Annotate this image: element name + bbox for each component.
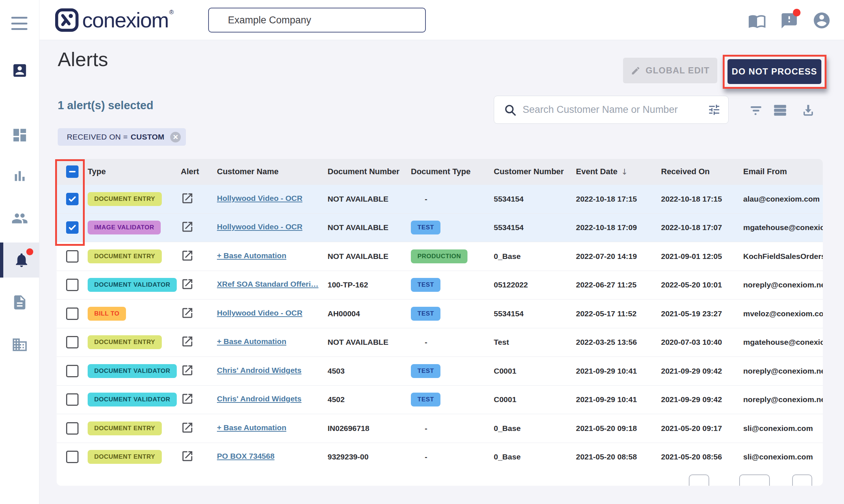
email-from: KochFieldSalesOrders@b… [743,252,823,261]
table-body: DOCUMENT ENTRY Hollywood Video - OCR NOT… [57,184,823,471]
select-all-checkbox[interactable] [66,165,79,178]
column-header-alert[interactable]: Alert [181,167,217,176]
column-header-customer-name[interactable]: Customer Name [217,167,328,176]
customer-name-link[interactable]: Hollywood Video - OCR [217,194,302,203]
customer-number: 0_Base [494,453,576,461]
column-header-email-from[interactable]: Email From [743,167,823,176]
row-density-button[interactable] [772,102,788,118]
row-checkbox[interactable] [66,193,79,205]
open-alert-icon[interactable] [181,421,194,434]
customer-name-link[interactable]: + Base Automation [217,337,286,346]
menu-icon[interactable] [11,17,27,30]
open-alert-icon[interactable] [181,249,194,262]
email-from: alau@conexiom.com [743,195,823,203]
open-alert-icon[interactable] [181,278,194,291]
global-edit-button[interactable]: GLOBAL EDIT [623,58,717,83]
row-checkbox[interactable] [66,279,79,291]
company-selector-input[interactable] [208,8,426,33]
open-alert-icon[interactable] [181,220,194,233]
column-header-type[interactable]: Type [88,167,181,176]
open-alert-icon[interactable] [181,364,194,377]
knowledge-base-button[interactable] [748,12,766,30]
open-alert-icon[interactable] [181,392,194,405]
row-checkbox[interactable] [66,393,79,406]
row-checkbox-cell [57,451,88,463]
table-row[interactable]: DOCUMENT ENTRY + Base Automation NOT AVA… [57,328,823,357]
table-row[interactable]: DOCUMENT VALIDATOR Chris' Android Widget… [57,385,823,414]
row-checkbox[interactable] [66,250,79,263]
search-input[interactable] [523,104,707,115]
feedback-button[interactable] [780,12,798,30]
document-type: TEST [411,364,440,378]
customer-name-link[interactable]: Chris' Android Widgets [217,394,302,403]
email-from: sli@conexiom.com [743,424,823,433]
open-alert-icon[interactable] [181,306,194,320]
column-header-document-type[interactable]: Document Type [411,167,494,176]
received-on: 2022-10-18 17:15 [661,195,743,203]
row-checkbox[interactable] [66,451,79,463]
account-icon [812,11,831,30]
received-on: 2021-05-20 09:17 [661,424,743,433]
column-header-received-on[interactable]: Received On [661,167,743,176]
open-alert-icon[interactable] [181,450,194,463]
sidebar-item-company[interactable] [0,327,39,362]
event-date: 2021-05-20 09:18 [576,424,661,433]
customer-name-link[interactable]: PO BOX 734568 [217,452,275,461]
table-row[interactable]: DOCUMENT VALIDATOR Chris' Android Widget… [57,356,823,385]
type-badge: DOCUMENT ENTRY [88,421,162,435]
conexiom-app: conexiom ® Alerts GLOBAL EDIT DO NOT PRO… [0,0,844,504]
filter-chip-label: RECEIVED ON = [67,133,128,141]
column-header-customer-number[interactable]: Customer Number [494,167,576,176]
table-row[interactable]: BILL TO Hollywood Video - OCR AH00004 TE… [57,299,823,328]
event-date: 2021-09-29 10:41 [576,395,661,404]
row-checkbox[interactable] [66,422,79,435]
received-on: 2021-09-29 09:42 [661,367,743,375]
sidebar-item-customers[interactable] [0,201,39,236]
customer-name-link[interactable]: XRef SOA Standard Offeri… [217,280,318,289]
row-checkbox-cell [57,193,88,205]
table-row[interactable]: DOCUMENT ENTRY + Base Automation NOT AVA… [57,242,823,271]
open-alert-icon[interactable] [181,335,194,348]
check-icon [68,223,77,232]
customer-number: 05122022 [494,280,576,289]
open-alert-icon[interactable] [181,192,194,205]
do-not-process-button[interactable]: DO NOT PROCESS [727,59,821,84]
sidebar-item-documents[interactable] [0,285,39,320]
row-checkbox[interactable] [66,336,79,348]
customer-name-link[interactable]: Hollywood Video - OCR [217,222,302,231]
tune-icon[interactable] [707,103,721,117]
pagination-next-button[interactable] [792,474,812,486]
row-checkbox[interactable] [66,308,79,320]
row-checkbox[interactable] [66,221,79,234]
people-icon [11,210,28,227]
sidebar-item-contact-badge[interactable] [0,53,39,88]
sidebar-item-dashboard[interactable] [0,118,39,153]
table-row[interactable]: DOCUMENT ENTRY PO BOX 734568 9329239-00 … [57,443,823,471]
alerts-table: TypeAlertCustomer NameDocument NumberDoc… [57,159,823,486]
conexiom-logo-mark-icon [55,8,79,32]
customer-name-link[interactable]: + Base Automation [217,423,286,432]
table-row[interactable]: DOCUMENT VALIDATOR XRef SOA Standard Off… [57,271,823,299]
customer-number: 0_Base [494,424,576,433]
column-header-event-date[interactable]: Event Date↓ [576,167,661,176]
event-date: 2022-10-18 17:15 [576,195,661,203]
table-row[interactable]: DOCUMENT ENTRY Hollywood Video - OCR NOT… [57,184,823,213]
pagination-prev-button[interactable] [689,474,709,486]
download-icon [800,102,816,118]
table-row[interactable]: DOCUMENT ENTRY + Base Automation IN02696… [57,414,823,443]
download-button[interactable] [800,102,816,118]
customer-name-link[interactable]: + Base Automation [217,251,286,260]
filter-button[interactable] [748,102,764,118]
row-checkbox[interactable] [66,365,79,377]
event-date: 2022-06-27 11:25 [576,280,661,289]
pagination-page-button[interactable] [739,474,770,486]
customer-name-link[interactable]: Chris' Android Widgets [217,366,302,375]
table-row[interactable]: IMAGE VALIDATOR Hollywood Video - OCR NO… [57,213,823,242]
filter-chip-close-icon[interactable]: ✕ [170,132,181,142]
sidebar-item-analytics[interactable] [0,159,39,194]
sidebar-item-alerts[interactable] [0,243,39,278]
column-header-document-number[interactable]: Document Number [328,167,411,176]
email-from: mgatehouse@conexiom.c… [743,223,823,232]
customer-name-link[interactable]: Hollywood Video - OCR [217,309,302,317]
account-button[interactable] [812,11,831,30]
